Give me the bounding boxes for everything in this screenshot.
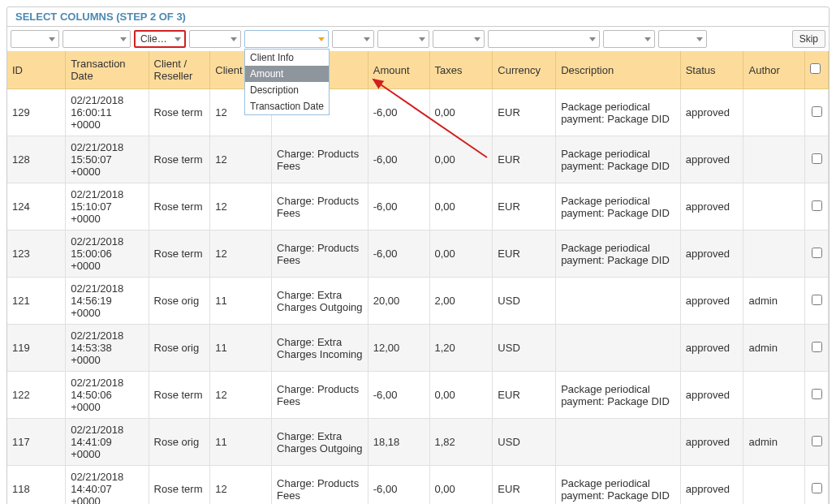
cell-currency: EUR — [493, 89, 556, 136]
cell-description: Package periodical payment: Package DID — [556, 372, 681, 419]
cell-client: Rose orig — [149, 419, 210, 466]
cell-currency: EUR — [493, 466, 556, 505]
column-map-combo-2[interactable]: Client Inf — [134, 30, 186, 48]
table-row: 12102/21/2018 14:56:19 +0000Rose orig11C… — [7, 278, 829, 325]
cell-description: Package periodical payment: Package DID — [556, 89, 681, 136]
table-body: 12902/21/2018 16:00:11 +0000Rose term12-… — [7, 89, 829, 505]
table-header-row: IDTransaction DateClient / ResellerClien… — [7, 51, 829, 89]
dropdown-item[interactable]: Transaction Date — [245, 98, 329, 114]
column-map-combo-8[interactable] — [488, 30, 600, 48]
cell-taxes: 0,00 — [429, 372, 493, 419]
cell-status: approved — [680, 466, 743, 505]
cell-client: Rose orig — [149, 278, 210, 325]
cell-currency: USD — [493, 325, 556, 372]
column-map-combo-0[interactable] — [11, 30, 59, 48]
cell-type: Charge: Products Fees — [272, 372, 368, 419]
row-checkbox[interactable] — [812, 483, 822, 493]
cell-client_id: 12 — [210, 372, 272, 419]
chevron-down-icon — [364, 37, 370, 41]
column-map-combo-6[interactable] — [377, 30, 429, 48]
cell-client_id: 12 — [210, 466, 272, 505]
table-row: 12202/21/2018 14:50:06 +0000Rose term12C… — [7, 372, 829, 419]
cell-client: Rose term — [149, 183, 210, 230]
cell-status: approved — [680, 183, 743, 230]
row-checkbox[interactable] — [812, 389, 822, 399]
chevron-down-icon — [696, 37, 703, 41]
table-row: 12802/21/2018 15:50:07 +0000Rose term12C… — [7, 136, 829, 183]
skip-button[interactable]: Skip — [792, 30, 825, 48]
cell-client_id: 11 — [210, 419, 272, 466]
cell-taxes: 1,82 — [429, 419, 493, 466]
cell-description — [556, 419, 681, 466]
cell-date: 02/21/2018 15:00:06 +0000 — [66, 230, 149, 278]
row-checkbox[interactable] — [812, 153, 822, 164]
cell-client: Rose term — [149, 372, 210, 419]
dropdown-item[interactable]: Description — [245, 82, 329, 98]
cell-client: Rose term — [149, 136, 210, 183]
col-header-amount: Amount — [368, 51, 429, 89]
cell-taxes: 0,00 — [429, 89, 493, 136]
combo-text: Client Inf — [140, 33, 171, 45]
cell-amount: -6,00 — [368, 372, 429, 419]
column-map-combo-4[interactable]: Client InfoAmountDescriptionTransaction … — [244, 30, 329, 48]
cell-status: approved — [680, 419, 743, 466]
row-checkbox[interactable] — [812, 342, 822, 352]
cell-currency: EUR — [493, 183, 556, 230]
row-checkbox[interactable] — [812, 106, 822, 117]
column-map-combo-5[interactable] — [332, 30, 374, 48]
dropdown-item[interactable]: Amount — [245, 66, 329, 82]
cell-type: Charge: Products Fees — [272, 230, 368, 278]
cell-status: approved — [680, 278, 743, 325]
chevron-down-icon — [175, 37, 181, 41]
cell-check — [805, 278, 829, 325]
col-header-author: Author — [743, 51, 805, 89]
column-map-combo-9[interactable] — [603, 30, 655, 48]
column-map-combo-7[interactable] — [433, 30, 485, 48]
cell-status: approved — [680, 230, 743, 278]
row-checkbox[interactable] — [812, 248, 822, 258]
cell-check — [805, 89, 829, 136]
chevron-down-icon — [120, 37, 127, 41]
row-checkbox[interactable] — [812, 436, 822, 446]
cell-amount: 18,18 — [368, 419, 429, 466]
cell-description: Package periodical payment: Package DID — [556, 136, 681, 183]
cell-amount: -6,00 — [368, 136, 429, 183]
cell-status: approved — [680, 89, 743, 136]
cell-check — [805, 136, 829, 183]
col-header-check — [805, 51, 829, 89]
cell-amount: -6,00 — [368, 89, 429, 136]
cell-date: 02/21/2018 14:50:06 +0000 — [66, 372, 149, 419]
cell-currency: EUR — [493, 230, 556, 278]
cell-author — [743, 136, 805, 183]
dropdown-item[interactable]: Client Info — [245, 50, 329, 66]
select-all-checkbox[interactable] — [810, 63, 821, 74]
cell-type: Charge: Products Fees — [272, 136, 368, 183]
column-map-combo-10[interactable] — [658, 30, 707, 48]
cell-date: 02/21/2018 14:56:19 +0000 — [66, 278, 149, 325]
cell-id: 124 — [7, 183, 66, 230]
cell-id: 121 — [7, 278, 66, 325]
cell-author — [743, 372, 805, 419]
row-checkbox[interactable] — [812, 200, 822, 211]
chevron-down-icon — [474, 37, 480, 41]
col-header-date: Transaction Date — [66, 51, 149, 89]
column-map-combo-3[interactable] — [189, 30, 241, 48]
chevron-down-icon — [231, 37, 237, 41]
cell-author — [743, 89, 805, 136]
cell-date: 02/21/2018 16:00:11 +0000 — [66, 89, 149, 136]
table-row: 12402/21/2018 15:10:07 +0000Rose term12C… — [7, 183, 829, 230]
row-checkbox[interactable] — [812, 295, 822, 305]
cell-id: 122 — [7, 372, 66, 419]
column-map-dropdown: Client InfoAmountDescriptionTransaction … — [244, 49, 330, 115]
cell-author: admin — [743, 325, 805, 372]
cell-amount: 20,00 — [368, 278, 429, 325]
cell-description: Package periodical payment: Package DID — [556, 183, 681, 230]
chevron-down-icon — [419, 37, 425, 41]
cell-status: approved — [680, 136, 743, 183]
column-map-combo-1[interactable] — [62, 30, 131, 48]
cell-date: 02/21/2018 14:40:07 +0000 — [66, 466, 149, 505]
cell-id: 117 — [7, 419, 66, 466]
cell-status: approved — [680, 372, 743, 419]
cell-id: 129 — [7, 89, 66, 136]
table-row: 11802/21/2018 14:40:07 +0000Rose term12C… — [7, 466, 829, 505]
